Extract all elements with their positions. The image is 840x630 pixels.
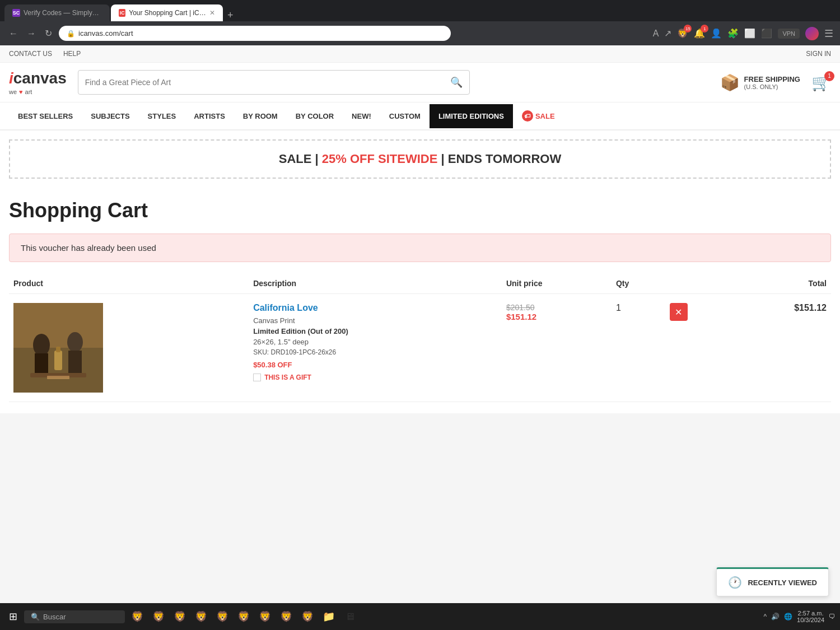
svg-rect-9 bbox=[47, 376, 69, 379]
gift-label: THIS IS A GIFT bbox=[264, 374, 311, 381]
gift-checkbox[interactable] bbox=[253, 374, 261, 381]
translate-icon[interactable]: A bbox=[653, 29, 659, 39]
shipping-label: FREE SHIPPING bbox=[744, 75, 800, 83]
browser-nav-icons: A ↗ 🦁 15 🔔 1 👤 🧩 ⬜ ⬛ VPN ☰ bbox=[653, 27, 833, 40]
remove-cell: ✕ bbox=[665, 294, 731, 402]
nav-by-color[interactable]: BY COLOR bbox=[287, 104, 343, 128]
profile-icon[interactable]: 👤 bbox=[711, 28, 722, 39]
contact-us-link[interactable]: CONTACT US bbox=[9, 50, 52, 58]
vpn-button[interactable]: VPN bbox=[778, 29, 800, 39]
browser-profile-avatar[interactable] bbox=[805, 27, 819, 40]
unit-price-cell: $201.50 $151.12 bbox=[502, 294, 612, 402]
col-product: Product bbox=[9, 273, 249, 294]
tab-favicon-verify: SC bbox=[12, 9, 20, 17]
extensions-icon[interactable]: 🧩 bbox=[727, 28, 739, 39]
new-tab-button[interactable]: + bbox=[227, 10, 234, 21]
quantity-cell: 1 bbox=[612, 294, 665, 402]
col-total: Total bbox=[730, 273, 831, 294]
product-discount-label: $50.38 OFF bbox=[253, 361, 497, 369]
search-icon[interactable]: 🔍 bbox=[450, 76, 463, 88]
svg-rect-5 bbox=[68, 351, 82, 376]
cart-table-row: California Love Canvas Print Limited Edi… bbox=[9, 294, 831, 402]
header-right: 📦 FREE SHIPPING (U.S. ONLY) 🛒 1 bbox=[720, 73, 831, 92]
nav-sale-label: SALE bbox=[535, 112, 555, 120]
sidebar-icon[interactable]: ⬛ bbox=[761, 28, 772, 39]
logo-canvas: canvas bbox=[13, 69, 67, 87]
help-link[interactable]: HELP bbox=[63, 50, 81, 58]
logo-tagline: we ♥ art bbox=[9, 88, 67, 95]
brave-badge: 15 bbox=[684, 25, 692, 32]
nav-best-sellers[interactable]: BEST SELLERS bbox=[9, 104, 82, 128]
nav-by-room[interactable]: BY ROOM bbox=[234, 104, 287, 128]
sale-banner[interactable]: SALE | 25% OFF SITEWIDE | ENDS TOMORROW bbox=[9, 139, 831, 179]
product-edition: Limited Edition (Out of 200) bbox=[253, 327, 497, 335]
product-thumbnail bbox=[13, 303, 103, 393]
tab-favicon-icanvas: IC bbox=[119, 9, 125, 17]
cart-table: Product Description Unit price Qty Total bbox=[9, 273, 831, 402]
top-bar: CONTACT US HELP SIGN IN bbox=[0, 45, 840, 63]
tab-close-button[interactable]: ✕ bbox=[209, 9, 215, 17]
nav-limited-editions[interactable]: LIMITED EDITIONS bbox=[430, 104, 513, 128]
tagline-text: we bbox=[9, 88, 17, 95]
share-icon[interactable]: ↗ bbox=[664, 28, 671, 39]
gift-checkbox-row[interactable]: THIS IS A GIFT bbox=[253, 374, 497, 381]
product-image-cell bbox=[9, 294, 249, 402]
shipping-box-icon: 📦 bbox=[720, 73, 740, 92]
site-logo[interactable]: i canvas we ♥ art bbox=[9, 69, 67, 95]
menu-icon[interactable]: ☰ bbox=[824, 27, 833, 40]
forward-button[interactable]: → bbox=[25, 26, 38, 41]
free-shipping-badge: 📦 FREE SHIPPING (U.S. ONLY) bbox=[720, 73, 800, 92]
search-input[interactable] bbox=[85, 78, 450, 87]
voucher-error-message: This voucher has already been used bbox=[9, 234, 831, 262]
total-cell: $151.12 bbox=[730, 294, 831, 402]
nav-artists[interactable]: ARTISTS bbox=[185, 104, 234, 128]
col-unit-price: Unit price bbox=[502, 273, 612, 294]
nav-subjects[interactable]: SUBJECTS bbox=[82, 104, 138, 128]
sign-in-link[interactable]: SIGN IN bbox=[806, 50, 831, 58]
search-bar[interactable]: 🔍 bbox=[78, 70, 470, 95]
cart-count: 1 bbox=[824, 71, 834, 81]
svg-point-2 bbox=[33, 334, 50, 356]
heart-icon: ♥ bbox=[19, 88, 23, 95]
col-description: Description bbox=[249, 273, 502, 294]
lock-icon: 🔒 bbox=[67, 30, 75, 38]
top-bar-links: CONTACT US HELP bbox=[9, 50, 81, 58]
shipping-sub: (U.S. ONLY) bbox=[744, 83, 800, 90]
product-sku: SKU: DRD109-1PC6-26x26 bbox=[253, 348, 497, 356]
reload-button[interactable]: ↻ bbox=[43, 26, 54, 41]
product-image bbox=[13, 303, 103, 393]
svg-point-4 bbox=[67, 332, 83, 352]
cart-icon[interactable]: 🛒 1 bbox=[811, 73, 831, 92]
nav-custom[interactable]: CUSTOM bbox=[380, 104, 430, 128]
tab-label-icanvas: Your Shopping Cart | iCanvas bbox=[129, 9, 206, 17]
tagline-art: art bbox=[25, 88, 32, 95]
site-header: i canvas we ♥ art 🔍 📦 FREE SHIPPING (U.S… bbox=[0, 63, 840, 102]
tab-label-verify: Verify Codes — SimplyCodes bbox=[24, 9, 102, 17]
svg-rect-3 bbox=[35, 353, 48, 376]
product-subtitle: Canvas Print bbox=[253, 316, 497, 325]
price-original: $201.50 bbox=[506, 303, 607, 312]
remove-item-button[interactable]: ✕ bbox=[670, 303, 688, 321]
address-bar[interactable]: 🔒 icanvas.com/cart bbox=[59, 26, 451, 41]
svg-rect-7 bbox=[56, 347, 60, 352]
product-description-cell: California Love Canvas Print Limited Edi… bbox=[249, 294, 502, 402]
brave-icon[interactable]: 🦁 15 bbox=[677, 28, 688, 39]
browser-tab-verify[interactable]: SC Verify Codes — SimplyCodes bbox=[4, 4, 110, 21]
nav-new[interactable]: NEW! bbox=[343, 104, 380, 128]
nav-sale[interactable]: 🏷 SALE bbox=[513, 102, 564, 129]
nav-styles[interactable]: STYLES bbox=[139, 104, 185, 128]
sale-tag-icon: 🏷 bbox=[522, 110, 533, 122]
price-discounted: $151.12 bbox=[506, 312, 607, 321]
tab-groups-icon[interactable]: ⬜ bbox=[744, 28, 755, 39]
notification-badge: 1 bbox=[701, 25, 708, 32]
browser-tab-icanvas[interactable]: IC Your Shopping Cart | iCanvas ✕ bbox=[111, 4, 223, 21]
back-button[interactable]: ← bbox=[7, 26, 20, 41]
product-dimensions: 26×26, 1.5" deep bbox=[253, 338, 497, 346]
col-qty: Qty bbox=[612, 273, 665, 294]
product-title[interactable]: California Love bbox=[253, 303, 497, 313]
browser-nav-bar: ← → ↻ 🔒 icanvas.com/cart A ↗ 🦁 15 🔔 1 👤 … bbox=[0, 21, 840, 45]
svg-rect-6 bbox=[54, 351, 62, 370]
url-display: icanvas.com/cart bbox=[78, 29, 133, 38]
notification-icon[interactable]: 🔔 1 bbox=[694, 28, 705, 39]
col-actions bbox=[665, 273, 731, 294]
